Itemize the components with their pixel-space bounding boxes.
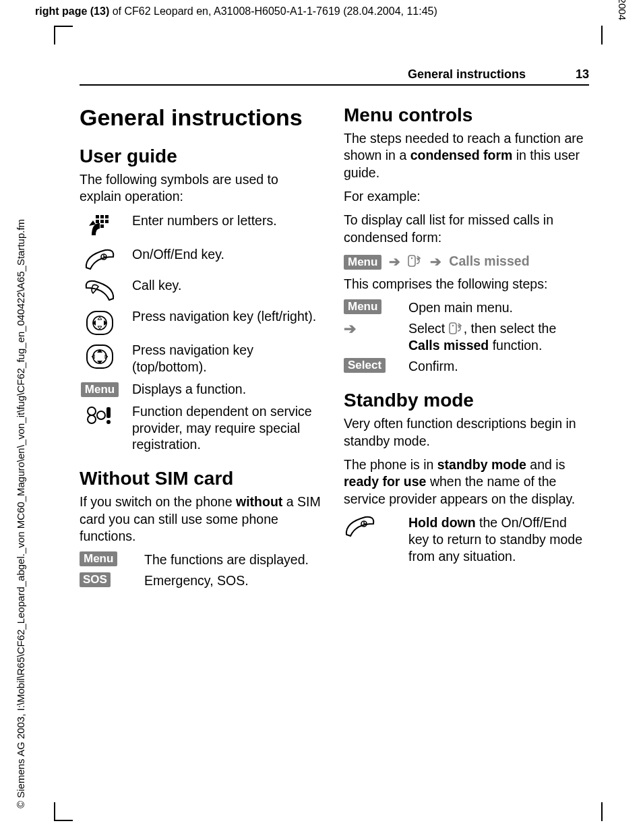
- running-header: General instructions 13: [80, 67, 589, 86]
- right-column: Menu controls The steps needed to reach …: [344, 99, 588, 593]
- crop-mark: [601, 26, 603, 44]
- symbol-desc: Call key.: [132, 277, 181, 294]
- step-desc: Open main menu.: [408, 299, 513, 316]
- symbol-row: On/Off/End key.: [80, 246, 324, 272]
- without-sim-heading: Without SIM card: [80, 468, 324, 489]
- standby-row-desc: Hold down the On/Off/End key to return t…: [408, 514, 588, 565]
- standby-row: Hold down the On/Off/End key to return t…: [344, 514, 588, 565]
- symbol-desc: Displays a function.: [132, 381, 246, 398]
- step-desc: Select , then select the Calls missed fu…: [408, 320, 588, 354]
- user-guide-intro: The following symbols are used to explai…: [80, 171, 324, 206]
- path-target: Calls missed: [449, 253, 529, 268]
- standby-p1: Very often function descriptions begin i…: [344, 415, 588, 450]
- svg-rect-6: [100, 224, 104, 228]
- svg-rect-8: [87, 311, 113, 334]
- svg-rect-15: [106, 407, 111, 418]
- symbol-desc: Enter numbers or letters.: [132, 212, 277, 229]
- without-sim-row: SOS Emergency, SOS.: [80, 572, 324, 589]
- without-sim-desc: The functions are displayed.: [144, 551, 309, 568]
- without-sim-paragraph: If you switch on the phone without a SIM…: [80, 493, 324, 545]
- end-key-icon: [80, 246, 120, 272]
- without-sim-desc: Emergency, SOS.: [144, 572, 249, 589]
- menu-softkey-icon: Menu: [80, 381, 120, 397]
- this-comprises: This comprises the following steps:: [344, 276, 588, 293]
- symbol-row: Press navigation key (left/right).: [80, 308, 324, 336]
- svg-point-16: [106, 420, 111, 424]
- step-row: Menu Open main menu.: [344, 299, 588, 316]
- page-sheet: right page (13) of CF62 Leopard en, A310…: [0, 0, 643, 840]
- svg-rect-10: [87, 345, 113, 368]
- svg-rect-17: [408, 256, 415, 266]
- running-header-section: General instructions: [408, 67, 526, 82]
- left-column: General instructions User guide The foll…: [80, 99, 324, 593]
- svg-rect-5: [105, 220, 109, 223]
- menu-softkey-icon: Menu: [80, 551, 132, 566]
- sos-softkey-icon: SOS: [80, 572, 132, 587]
- menu-path: Menu ➔ ➔ Calls missed: [344, 253, 588, 270]
- symbol-row: Enter numbers or letters.: [80, 212, 324, 241]
- symbol-desc: Function dependent on service provider, …: [132, 403, 324, 454]
- example-intro: To display call list for missed calls in…: [344, 212, 588, 246]
- svg-point-14: [97, 411, 105, 419]
- top-meta: right page (13) of CF62 Leopard en, A310…: [35, 5, 437, 18]
- nav-left-right-icon: [80, 308, 120, 336]
- symbol-desc: On/Off/End key.: [132, 246, 224, 263]
- svg-rect-3: [96, 220, 99, 223]
- step-row: Select Confirm.: [344, 358, 588, 375]
- records-icon: [449, 322, 464, 335]
- symbol-row: Function dependent on service provider, …: [80, 403, 324, 454]
- svg-point-20: [452, 325, 453, 326]
- end-key-icon: [344, 514, 396, 539]
- arrow-right-icon: ➔: [427, 253, 446, 270]
- step-desc: Confirm.: [408, 358, 458, 375]
- standby-heading: Standby mode: [344, 390, 588, 411]
- svg-rect-1: [100, 215, 104, 218]
- keypad-icon: [80, 212, 120, 241]
- symbol-desc: Press navigation key (left/right).: [132, 308, 316, 325]
- symbol-desc: Press navigation key (top/bottom).: [132, 342, 324, 376]
- columns: General instructions User guide The foll…: [80, 99, 589, 593]
- svg-rect-0: [96, 215, 99, 218]
- softkey-label: Menu: [344, 255, 381, 270]
- symbol-row: Menu Displays a function.: [80, 381, 324, 398]
- page-body: General instructions 13 General instruct…: [80, 47, 589, 593]
- svg-point-13: [88, 415, 96, 423]
- page-title: General instructions: [80, 104, 324, 131]
- crop-mark: [54, 26, 73, 27]
- step-row: ➔ Select , then select the Calls missed …: [344, 320, 588, 354]
- crop-mark: [601, 802, 603, 821]
- svg-rect-2: [105, 215, 109, 218]
- without-sim-row: Menu The functions are displayed.: [80, 551, 324, 568]
- svg-point-12: [88, 407, 96, 415]
- softkey-label: Select: [344, 358, 386, 373]
- call-key-icon: [80, 277, 120, 303]
- softkey-label: Menu: [344, 299, 381, 314]
- menu-softkey-icon: Menu: [344, 299, 396, 314]
- for-example: For example:: [344, 188, 588, 205]
- crop-mark: [54, 26, 55, 44]
- records-icon: [408, 254, 423, 268]
- crop-mark: [54, 802, 55, 821]
- softkey-label: Menu: [80, 551, 117, 566]
- top-meta-rest: of CF62 Leopard en, A31008-H6050-A1-1-76…: [109, 5, 437, 17]
- svg-rect-19: [450, 323, 456, 334]
- top-meta-bold: right page (13): [35, 5, 109, 17]
- svg-rect-4: [100, 220, 104, 223]
- standby-p2: The phone is in standby mode and is read…: [344, 456, 588, 508]
- left-meta: © Siemens AG 2003, I:\Mobil\R65\CF62_Leo…: [15, 219, 26, 808]
- provider-dependent-icon: [80, 403, 120, 425]
- symbol-row: Call key.: [80, 277, 324, 303]
- user-guide-heading: User guide: [80, 146, 324, 167]
- menu-controls-heading: Menu controls: [344, 104, 588, 126]
- symbol-row: Press navigation key (top/bottom).: [80, 342, 324, 376]
- right-meta: VAR Language: English; VAR issue date: 1…: [617, 0, 628, 20]
- arrow-right-icon: ➔: [344, 320, 396, 338]
- nav-top-bottom-icon: [80, 342, 120, 370]
- arrow-right-icon: ➔: [386, 253, 404, 270]
- select-softkey-icon: Select: [344, 358, 396, 373]
- softkey-label: Menu: [81, 382, 119, 397]
- running-header-page: 13: [576, 67, 589, 82]
- softkey-label: SOS: [80, 572, 111, 587]
- menu-controls-p1: The steps needed to reach a function are…: [344, 130, 588, 181]
- crop-mark: [54, 820, 73, 821]
